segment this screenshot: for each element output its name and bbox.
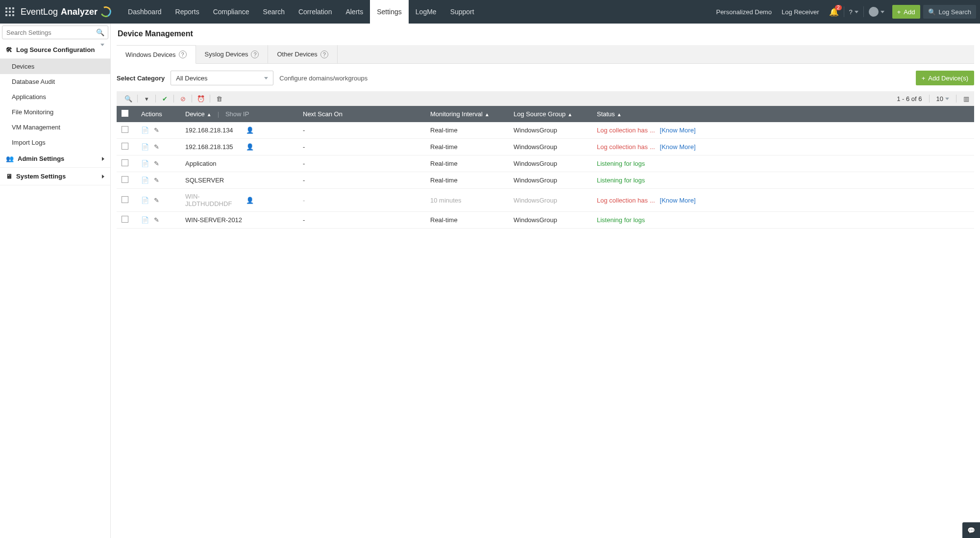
sidebar-item-vm-management[interactable]: VM Management <box>0 120 110 135</box>
section-icon: 🖥 <box>6 173 12 180</box>
sidebar-item-devices[interactable]: Devices <box>0 59 110 74</box>
nav-correlation[interactable]: Correlation <box>292 0 339 24</box>
configure-domains-link[interactable]: Configure domains/workgroups <box>279 75 368 82</box>
col-status[interactable]: Status▲ <box>592 106 974 122</box>
sidebar-item-applications[interactable]: Applications <box>0 89 110 104</box>
category-select[interactable]: All Devices <box>171 71 273 85</box>
config-icon[interactable]: 📄 <box>141 177 149 184</box>
sidebar-item-import-logs[interactable]: Import Logs <box>0 135 110 150</box>
delete-button[interactable]: 🗑 <box>212 92 226 105</box>
config-icon[interactable]: 📄 <box>141 197 149 204</box>
user-icon[interactable]: 👤 <box>246 197 254 204</box>
settings-search: 🔍 <box>2 26 108 39</box>
select-all-checkbox[interactable] <box>122 110 128 117</box>
toolbar-divider <box>173 95 174 102</box>
know-more-link[interactable]: [Know More] <box>660 197 696 204</box>
tab-syslog-devices[interactable]: Syslog Devices? <box>196 45 269 63</box>
col-next-scan[interactable]: Next Scan On <box>298 106 425 122</box>
log-search-button[interactable]: 🔍 Log Search <box>923 5 977 19</box>
know-more-link[interactable]: [Know More] <box>660 143 696 151</box>
row-checkbox[interactable] <box>122 176 128 183</box>
status-text: Listening for logs <box>597 216 645 224</box>
user-icon[interactable]: 👤 <box>246 127 254 134</box>
nav-settings[interactable]: Settings <box>370 0 409 24</box>
col-interval[interactable]: Monitoring Interval▲ <box>425 106 509 122</box>
chat-button[interactable]: 💬 <box>962 522 980 538</box>
col-device[interactable]: Device▲ Show IP <box>180 106 298 122</box>
nav-compliance[interactable]: Compliance <box>206 0 256 24</box>
brand-arc-icon <box>99 5 113 19</box>
device-name: WIN-SERVER-2012 <box>185 216 242 224</box>
group-cell: WindowsGroup <box>509 155 592 172</box>
tab-windows-devices[interactable]: Windows Devices? <box>117 45 196 64</box>
sidebar-section-system-settings[interactable]: 🖥System Settings <box>0 168 110 185</box>
help-menu[interactable]: ? <box>844 0 863 24</box>
edit-icon[interactable]: ✎ <box>154 143 159 151</box>
user-icon[interactable]: 👤 <box>246 143 254 151</box>
config-icon[interactable]: 📄 <box>141 143 149 151</box>
interval-cell: Real-time <box>425 122 509 139</box>
sidebar-section-admin-settings[interactable]: 👥Admin Settings <box>0 150 110 168</box>
edit-icon[interactable]: ✎ <box>154 160 159 167</box>
next-scan-cell: - <box>298 172 425 189</box>
row-checkbox[interactable] <box>122 159 128 166</box>
pager: 1 - 6 of 6 10 ▥ <box>897 95 969 102</box>
tab-other-devices[interactable]: Other Devices? <box>268 45 337 63</box>
edit-icon[interactable]: ✎ <box>154 197 159 204</box>
show-ip-toggle[interactable]: Show IP <box>225 110 249 118</box>
device-name: SQLSERVER <box>185 177 224 184</box>
nav-logme[interactable]: LogMe <box>409 0 443 24</box>
columns-button[interactable]: ▥ <box>963 95 969 102</box>
sidebar-item-file-monitoring[interactable]: File Monitoring <box>0 104 110 120</box>
row-checkbox[interactable] <box>122 216 128 223</box>
help-icon[interactable]: ? <box>179 51 187 58</box>
apps-menu-button[interactable] <box>0 7 16 16</box>
row-checkbox[interactable] <box>122 143 128 150</box>
config-icon[interactable]: 📄 <box>141 216 149 224</box>
table-row: 📄✎SQLSERVER-Real-timeWindowsGroupListeni… <box>117 172 974 189</box>
schedule-button[interactable]: ⏰ <box>194 92 208 105</box>
add-devices-button[interactable]: + Add Device(s) <box>916 71 974 85</box>
enable-button[interactable]: ✔ <box>158 92 172 105</box>
filter-button[interactable]: ▾ <box>140 92 153 105</box>
disable-button[interactable]: ⊘ <box>176 92 190 105</box>
nav-alerts[interactable]: Alerts <box>339 0 370 24</box>
sidebar-section-log-source-configuration[interactable]: 🛠Log Source Configuration <box>0 41 110 59</box>
toolbar-divider <box>155 95 156 102</box>
page-size-value: 10 <box>936 95 943 102</box>
col-group[interactable]: Log Source Group▲ <box>509 106 592 122</box>
nav-reports[interactable]: Reports <box>169 0 206 24</box>
section-icon: 👥 <box>6 155 14 162</box>
sidebar-item-database-audit[interactable]: Database Audit <box>0 74 110 89</box>
edit-icon[interactable]: ✎ <box>154 127 159 134</box>
help-icon[interactable]: ? <box>251 51 259 58</box>
search-button[interactable]: 🔍 <box>122 92 135 105</box>
nav-support[interactable]: Support <box>443 0 481 24</box>
nav-search[interactable]: Search <box>256 0 292 24</box>
notifications-button[interactable]: 🔔 2 <box>824 0 844 24</box>
log-receiver-link[interactable]: Log Receiver <box>777 0 824 24</box>
row-checkbox[interactable] <box>122 126 128 133</box>
personalized-demo-link[interactable]: Personalized Demo <box>711 0 776 24</box>
table-row: 📄✎Application-Real-timeWindowsGroupListe… <box>117 155 974 172</box>
table-row: 📄✎WIN-SERVER-2012-Real-timeWindowsGroupL… <box>117 212 974 229</box>
nav-dashboard[interactable]: Dashboard <box>121 0 169 24</box>
add-button[interactable]: + Add <box>892 5 920 19</box>
page-size-select[interactable]: 10 <box>936 95 949 102</box>
user-menu[interactable] <box>864 0 889 24</box>
plus-icon: + <box>897 8 901 16</box>
row-checkbox[interactable] <box>122 196 128 203</box>
know-more-link[interactable]: [Know More] <box>660 127 696 134</box>
config-icon[interactable]: 📄 <box>141 127 149 134</box>
filter-row: Select Category All Devices Configure do… <box>117 64 974 91</box>
device-name: Application <box>185 160 217 167</box>
devices-table: Actions Device▲ Show IP Next Scan On Mon… <box>117 106 974 229</box>
edit-icon[interactable]: ✎ <box>154 216 159 224</box>
help-icon[interactable]: ? <box>320 51 328 58</box>
sort-asc-icon: ▲ <box>567 112 572 117</box>
check-circle-icon: ✔ <box>162 95 168 102</box>
settings-search-input[interactable] <box>2 26 108 39</box>
brand-logo[interactable]: EventLog Analyzer <box>16 6 119 17</box>
edit-icon[interactable]: ✎ <box>154 177 159 184</box>
config-icon[interactable]: 📄 <box>141 160 149 167</box>
